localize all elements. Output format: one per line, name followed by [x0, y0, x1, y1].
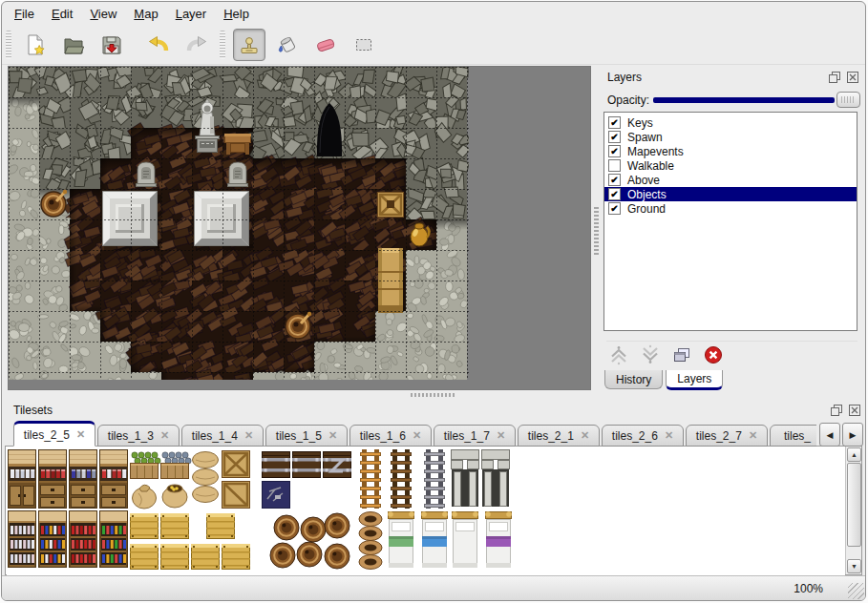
tileset-scrollbar[interactable]: ▲ ▼ — [845, 447, 861, 574]
tileset-tab-label: tiles_2_5 — [24, 428, 70, 442]
layer-row[interactable]: ✔Mapevents — [604, 144, 857, 158]
tab-close-icon[interactable]: ✕ — [76, 428, 85, 441]
tileset-tab-label: tiles_1_4 — [192, 429, 238, 443]
float-panel-icon[interactable] — [827, 70, 841, 84]
menu-bar: FileEditViewMapLayerHelp — [2, 2, 865, 26]
menu-item-map[interactable]: Map — [125, 3, 166, 25]
dock-tab-layers[interactable]: Layers — [666, 370, 723, 390]
tileset-tab-tiles_1_7[interactable]: tiles_1_7✕ — [434, 425, 516, 447]
tileset-view: ▲ ▼ — [5, 446, 862, 575]
map-viewport[interactable] — [8, 66, 591, 390]
open-folder-icon — [62, 33, 85, 56]
undo-button[interactable] — [142, 29, 175, 61]
delete-layer-button[interactable] — [701, 343, 726, 366]
layer-label: Keys — [627, 116, 653, 130]
tileset-tab-tiles_1_5[interactable]: tiles_1_5✕ — [265, 425, 348, 447]
tileset-tab-tiles_1_4[interactable]: tiles_1_4✕ — [181, 425, 264, 447]
tileset-tab-tiles_2_6[interactable]: tiles_2_6✕ — [602, 425, 684, 447]
dock-tab-history[interactable]: History — [604, 370, 663, 389]
redo-button[interactable] — [180, 29, 213, 61]
layer-visibility-checkbox[interactable]: ✔ — [608, 174, 621, 186]
layer-visibility-checkbox[interactable]: ✔ — [608, 131, 621, 143]
layer-label: Walkable — [627, 159, 674, 173]
layer-label: Spawn — [627, 131, 663, 144]
layer-row[interactable]: ✔Objects — [604, 187, 857, 201]
toolbar — [2, 26, 865, 65]
resize-grip[interactable] — [848, 583, 864, 599]
layer-dup-icon — [670, 343, 693, 366]
scroll-down-icon[interactable]: ▼ — [847, 559, 861, 573]
tab-close-icon[interactable]: ✕ — [244, 429, 253, 442]
scroll-up-icon[interactable]: ▲ — [847, 447, 861, 462]
menu-item-edit[interactable]: Edit — [43, 3, 81, 25]
layers-panel: Layers Opacity: ✔Keys✔Spawn✔MapeventsWal… — [601, 65, 864, 391]
select-icon — [352, 33, 375, 56]
float-panel-icon[interactable] — [829, 403, 843, 417]
layers-panel-title: Layers — [607, 71, 642, 84]
tileset-tab-tiles_1_3[interactable]: tiles_1_3✕ — [97, 425, 180, 447]
tileset-tab-tiles_1_6[interactable]: tiles_1_6✕ — [349, 425, 432, 447]
layer-row[interactable]: ✔Keys — [604, 115, 857, 130]
layer-visibility-checkbox[interactable]: ✔ — [608, 188, 621, 200]
opacity-slider[interactable] — [653, 97, 835, 103]
tab-close-icon[interactable]: ✕ — [749, 429, 757, 442]
vertical-splitter[interactable] — [592, 66, 601, 390]
tab-close-icon[interactable]: ✕ — [160, 429, 169, 442]
layer-up-icon — [607, 343, 630, 366]
toolbar-handle-icon[interactable] — [220, 31, 225, 59]
layer-visibility-checkbox[interactable]: ✔ — [608, 202, 621, 215]
tileset-tab-label: tiles_1_5 — [276, 429, 322, 443]
open-map-button[interactable] — [57, 29, 90, 61]
undo-icon — [147, 33, 170, 56]
menu-item-layer[interactable]: Layer — [167, 3, 216, 25]
tab-scroll-right-button[interactable]: ▶ — [842, 423, 863, 447]
menu-accel: E — [52, 7, 60, 21]
tab-close-icon[interactable]: ✕ — [328, 429, 337, 442]
menu-item-view[interactable]: View — [81, 3, 125, 25]
close-panel-icon[interactable] — [845, 70, 859, 84]
menu-accel: M — [134, 7, 144, 21]
menu-item-file[interactable]: File — [6, 3, 43, 25]
stamp-icon — [238, 33, 261, 56]
move-layer-up-button[interactable] — [606, 343, 631, 366]
tilesets-panel-title: Tilesets — [13, 404, 53, 417]
eraser-tool-button[interactable] — [309, 29, 342, 61]
layer-row[interactable]: ✔Ground — [604, 201, 857, 216]
scrollbar-thumb[interactable] — [847, 463, 861, 547]
horizontal-splitter[interactable] — [2, 391, 865, 399]
fill-bucket-tool-button[interactable] — [271, 29, 304, 61]
tab-close-icon[interactable]: ✕ — [413, 429, 421, 442]
layer-actions-toolbar — [606, 341, 857, 365]
layer-del-icon — [702, 343, 725, 366]
tileset-tab-label: tiles_2_7 — [696, 429, 742, 443]
menu-accel: L — [176, 7, 182, 21]
tileset-tab-tiles[interactable]: tiles_✕ — [770, 425, 816, 447]
opacity-slider-handle[interactable] — [836, 92, 860, 108]
tileset-canvas[interactable] — [7, 447, 845, 575]
stamp-tool-button[interactable] — [233, 29, 265, 61]
new-map-button[interactable] — [19, 29, 52, 61]
menu-item-help[interactable]: Help — [215, 3, 258, 25]
rect-select-tool-button[interactable] — [348, 29, 380, 61]
layer-visibility-checkbox[interactable]: ✔ — [608, 116, 621, 129]
tab-close-icon[interactable]: ✕ — [497, 429, 505, 442]
duplicate-layer-button[interactable] — [669, 343, 694, 366]
eraser-icon — [314, 33, 337, 56]
save-map-button[interactable] — [95, 29, 128, 61]
tab-close-icon[interactable]: ✕ — [665, 429, 673, 442]
move-layer-down-button[interactable] — [638, 343, 663, 366]
tab-close-icon[interactable]: ✕ — [581, 429, 589, 442]
layer-row[interactable]: Walkable — [604, 158, 857, 173]
tab-scroll-left-button[interactable]: ◀ — [819, 423, 840, 447]
toolbar-handle-icon[interactable] — [6, 31, 11, 59]
layer-visibility-checkbox[interactable]: ✔ — [608, 145, 621, 157]
layer-row[interactable]: ✔Above — [604, 173, 857, 187]
map-canvas[interactable] — [9, 67, 469, 380]
tileset-tab-tiles_2_1[interactable]: tiles_2_1✕ — [518, 425, 600, 447]
status-bar: 100% — [2, 575, 865, 600]
layer-row[interactable]: ✔Spawn — [604, 130, 857, 144]
close-panel-icon[interactable] — [847, 403, 861, 417]
tileset-tab-tiles_2_5[interactable]: tiles_2_5✕ — [13, 421, 95, 447]
tileset-tab-tiles_2_7[interactable]: tiles_2_7✕ — [686, 425, 768, 447]
layer-visibility-checkbox[interactable] — [608, 159, 621, 172]
